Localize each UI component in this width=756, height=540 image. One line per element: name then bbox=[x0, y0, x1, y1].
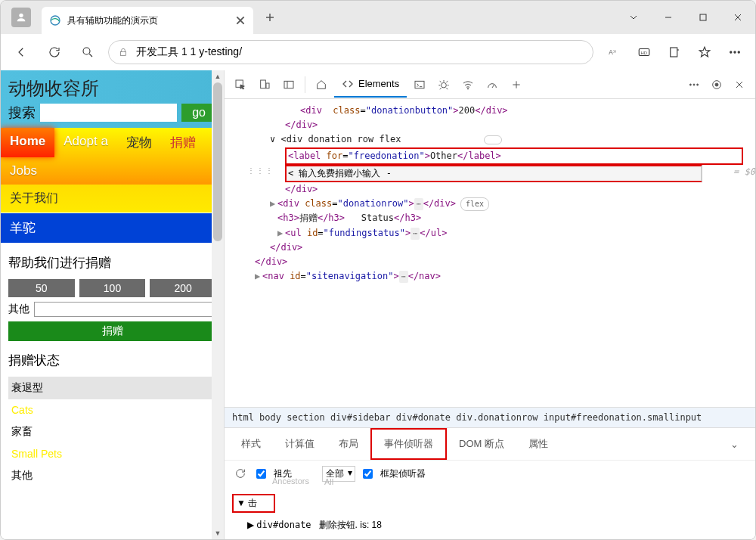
bug-icon[interactable] bbox=[432, 73, 455, 96]
page-title: 动物收容所 bbox=[8, 76, 216, 101]
breadcrumb[interactable]: html body section div#sidebar div#donate… bbox=[225, 407, 755, 427]
issues-icon[interactable] bbox=[705, 73, 728, 96]
tab-dom-breakpoints[interactable]: DOM 断点 bbox=[447, 430, 516, 458]
tab-title: 具有辅助功能的演示页 bbox=[67, 14, 229, 27]
favorite-button[interactable] bbox=[692, 39, 717, 65]
status-item: 衰退型 bbox=[8, 377, 216, 399]
refresh-events-icon[interactable] bbox=[232, 465, 249, 482]
performance-icon[interactable] bbox=[481, 73, 503, 96]
inspect-icon[interactable] bbox=[229, 73, 252, 96]
more-button[interactable] bbox=[722, 39, 748, 65]
svg-text:A⁾⁾: A⁾⁾ bbox=[609, 49, 616, 56]
devtools-subtabs: 样式 计算值 布局 事件侦听器 DOM 断点 属性 ⌄ bbox=[225, 427, 755, 460]
status-item: 家畜 bbox=[8, 421, 216, 443]
new-tab-button[interactable] bbox=[259, 7, 280, 28]
edge-icon bbox=[49, 14, 61, 26]
more-tools-icon[interactable] bbox=[683, 73, 705, 96]
dollar-zero: = $0 bbox=[733, 165, 755, 179]
close-devtools-icon[interactable] bbox=[728, 73, 751, 96]
close-window-button[interactable] bbox=[720, 5, 755, 30]
tab-elements[interactable]: Elements bbox=[334, 72, 407, 98]
devtools-panel: Elements <div class="donationbutton">200… bbox=[225, 70, 755, 539]
minimize-button[interactable] bbox=[651, 5, 686, 30]
chevron-right-icon[interactable]: ▶ bbox=[247, 520, 254, 530]
donate-other-input[interactable] bbox=[34, 302, 216, 317]
donate-100[interactable]: 100 bbox=[79, 279, 146, 297]
framework-checkbox[interactable] bbox=[363, 469, 373, 479]
scroll-up-icon[interactable]: ▲ bbox=[212, 70, 224, 82]
svg-point-10 bbox=[734, 51, 736, 53]
nav-jobs[interactable]: Jobs bbox=[1, 157, 46, 185]
selected-input-node[interactable]: < 输入免费捐赠小输入 - bbox=[285, 165, 702, 182]
url-field[interactable]: 开发工具 1 1 y-testing/ bbox=[108, 40, 593, 64]
nav-donate[interactable]: 捐赠 bbox=[161, 128, 205, 157]
vertical-scrollbar[interactable]: ▲ ▼ bbox=[212, 70, 224, 539]
welcome-icon[interactable] bbox=[310, 73, 333, 96]
status-item: Cats bbox=[8, 399, 216, 421]
svg-point-9 bbox=[730, 51, 732, 53]
donate-heading: 帮助我们进行捐赠 bbox=[8, 254, 216, 272]
ancestors-checkbox[interactable] bbox=[256, 469, 266, 479]
network-icon[interactable] bbox=[457, 73, 479, 96]
donate-50[interactable]: 50 bbox=[8, 279, 75, 297]
svg-point-17 bbox=[442, 82, 447, 88]
status-item: Small Pets bbox=[8, 443, 216, 464]
nav-about[interactable]: 关于我们 bbox=[1, 185, 224, 213]
event-detail: 删除按钮. is: 18 bbox=[319, 520, 382, 530]
profile-avatar[interactable] bbox=[11, 8, 31, 27]
scroll-down-icon[interactable]: ▼ bbox=[212, 527, 224, 539]
svg-rect-4 bbox=[121, 51, 126, 55]
close-icon[interactable] bbox=[235, 15, 246, 26]
read-aloud-button[interactable]: A⁾⁾ bbox=[601, 39, 627, 65]
donate-200[interactable]: 200 bbox=[150, 279, 216, 297]
dom-tree[interactable]: <div class="donationbutton">200</div> </… bbox=[225, 99, 755, 407]
svg-rect-16 bbox=[415, 81, 424, 88]
back-button[interactable] bbox=[8, 39, 34, 65]
devtools-toolbar: Elements bbox=[225, 70, 755, 99]
nav-pets[interactable]: 宠物 bbox=[117, 128, 161, 157]
refresh-button[interactable] bbox=[42, 39, 67, 65]
hd-button[interactable]: HD bbox=[631, 39, 657, 65]
page-header: 动物收容所 搜索 go bbox=[1, 70, 224, 128]
add-tab-icon[interactable] bbox=[505, 73, 528, 96]
window-chevron[interactable] bbox=[616, 5, 651, 30]
tab-styles[interactable]: 样式 bbox=[229, 430, 273, 458]
filter-select[interactable]: 全部 All ▾ bbox=[322, 466, 355, 482]
collections-button[interactable] bbox=[662, 39, 687, 65]
tab-computed[interactable]: 计算值 bbox=[273, 430, 327, 458]
tab-layout[interactable]: 布局 bbox=[327, 430, 370, 458]
grip-icon[interactable]: ⋮⋮⋮ bbox=[247, 165, 274, 177]
dom-node[interactable]: ∨ <div donation row flex bbox=[270, 134, 401, 144]
tab-properties[interactable]: 属性 bbox=[516, 430, 560, 458]
events-toolbar: 祖先 Ancestors 全部 All ▾ 框架侦听器 bbox=[225, 460, 755, 486]
status-item: 其他 bbox=[8, 464, 216, 487]
event-list: ▼ 击 ▶ div#donate 删除按钮. is: 18 bbox=[225, 486, 755, 539]
page-viewport: 动物收容所 搜索 go Home Adopt a 宠物 捐赠 Jobs 关于我们… bbox=[1, 70, 225, 539]
chevron-down-icon[interactable]: ⌄ bbox=[718, 439, 751, 450]
donate-submit[interactable]: 捐赠 bbox=[8, 321, 216, 341]
species-bar[interactable]: 羊驼 bbox=[1, 213, 224, 243]
search-button[interactable] bbox=[75, 39, 101, 65]
maximize-button[interactable] bbox=[686, 5, 720, 30]
svg-point-0 bbox=[19, 14, 23, 17]
scroll-thumb[interactable] bbox=[213, 82, 222, 241]
donate-other-label: 其他 bbox=[8, 303, 29, 316]
event-click-group[interactable]: ▼ 击 bbox=[232, 494, 275, 513]
tab-event-listeners[interactable]: 事件侦听器 bbox=[370, 428, 447, 460]
svg-rect-15 bbox=[284, 81, 293, 88]
nav-home[interactable]: Home bbox=[1, 128, 54, 157]
status-heading: 捐赠状态 bbox=[8, 352, 216, 369]
panel-icon[interactable] bbox=[277, 73, 300, 96]
browser-tab[interactable]: 具有辅助功能的演示页 bbox=[42, 7, 253, 34]
tab-elements-label: Elements bbox=[358, 78, 399, 89]
svg-rect-8 bbox=[671, 48, 677, 57]
nav-adopt[interactable]: Adopt a bbox=[54, 128, 117, 157]
flex-badge[interactable]: flex bbox=[460, 197, 489, 211]
event-target[interactable]: div#donate bbox=[256, 520, 311, 530]
device-icon[interactable] bbox=[253, 73, 276, 96]
url-text: 开发工具 1 1 y-testing/ bbox=[136, 45, 242, 59]
framework-label: 框架侦听器 bbox=[380, 467, 426, 480]
svg-rect-14 bbox=[266, 83, 269, 88]
search-input[interactable] bbox=[40, 104, 177, 122]
console-icon[interactable] bbox=[408, 73, 431, 96]
